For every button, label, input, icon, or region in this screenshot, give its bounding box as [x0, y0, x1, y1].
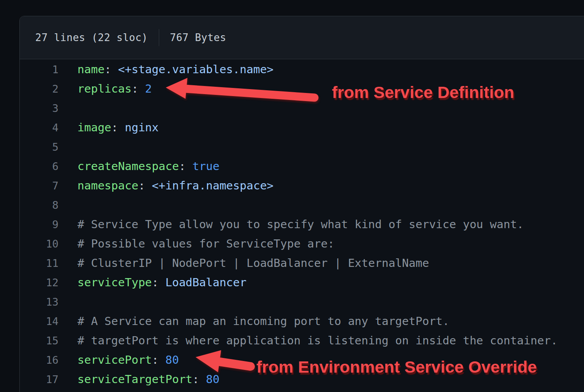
code-text: name: <+stage.variables.name> [58, 63, 273, 76]
code-text: # Possible values for ServiceType are: [58, 237, 334, 250]
line-number[interactable]: 11 [20, 257, 58, 269]
code-line: 8 [20, 195, 584, 215]
line-number[interactable]: 7 [20, 180, 58, 192]
file-viewer: 27 lines (22 sloc) 767 Bytes 1name: <+st… [19, 16, 584, 392]
code-text: servicePort: 80 [58, 353, 179, 366]
code-line: 10# Possible values for ServiceType are: [20, 234, 584, 253]
line-number[interactable]: 10 [20, 238, 58, 250]
code-line: 5 [20, 137, 584, 156]
header-divider [159, 29, 159, 46]
code-line: 6createNamespace: true [20, 156, 584, 176]
code-line: 13 [20, 292, 584, 311]
code-line: 7namespace: <+infra.namespace> [20, 176, 584, 195]
line-number[interactable]: 2 [20, 83, 58, 95]
line-number[interactable]: 12 [20, 277, 58, 289]
code-text: replicas: 2 [58, 82, 152, 95]
code-line: 11# ClusterIP | NodePort | LoadBalancer … [20, 253, 584, 273]
code-text: serviceType: LoadBalancer [58, 276, 247, 289]
environment-override-arrow [192, 346, 261, 377]
code-line: 12serviceType: LoadBalancer [20, 273, 584, 292]
code-text: namespace: <+infra.namespace> [58, 179, 273, 192]
code-line: 4image: nginx [20, 118, 584, 137]
file-size: 767 Bytes [170, 32, 226, 43]
line-number[interactable]: 3 [20, 102, 58, 114]
line-number[interactable]: 4 [20, 122, 58, 134]
code-line: 14# A Service can map an incoming port t… [20, 311, 584, 331]
line-number[interactable]: 14 [20, 315, 58, 327]
code-text: createNamespace: true [58, 160, 220, 173]
line-number[interactable]: 13 [20, 296, 58, 308]
service-definition-arrow [163, 75, 321, 106]
line-number[interactable]: 8 [20, 199, 58, 211]
line-number[interactable]: 15 [20, 335, 58, 347]
code-line: 15# targetPort is where application is l… [20, 331, 584, 350]
line-number[interactable]: 5 [20, 141, 58, 153]
code-text: # A Service can map an incoming port to … [58, 315, 449, 328]
code-text: image: nginx [58, 121, 159, 134]
line-number[interactable]: 1 [20, 64, 58, 76]
environment-override-annotation: from Environment Service Override [256, 358, 537, 377]
service-definition-annotation: from Service Definition [332, 83, 514, 102]
file-line-count: 27 lines (22 sloc) [35, 32, 148, 43]
line-number[interactable]: 6 [20, 160, 58, 172]
line-number[interactable]: 17 [20, 373, 58, 385]
code-text: # Service Type allow you to specify what… [58, 218, 524, 231]
code-line: 9# Service Type allow you to specify wha… [20, 215, 584, 234]
code-text: # ClusterIP | NodePort | LoadBalancer | … [58, 256, 429, 270]
code-block: 1name: <+stage.variables.name>2replicas:… [20, 59, 584, 389]
blob-header: 27 lines (22 sloc) 767 Bytes [20, 16, 584, 59]
line-number[interactable]: 16 [20, 354, 58, 366]
line-number[interactable]: 9 [20, 218, 58, 230]
code-text: # targetPort is where application is lis… [58, 334, 558, 347]
